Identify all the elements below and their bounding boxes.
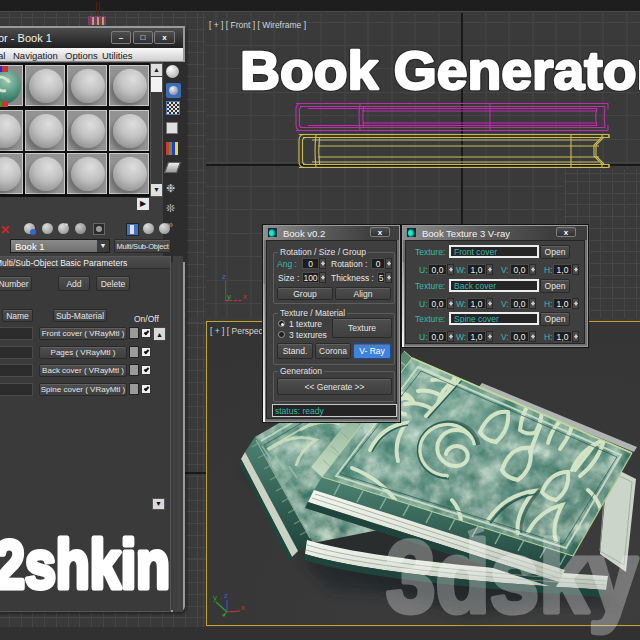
svg-text:2shkin: 2shkin xyxy=(0,526,170,602)
